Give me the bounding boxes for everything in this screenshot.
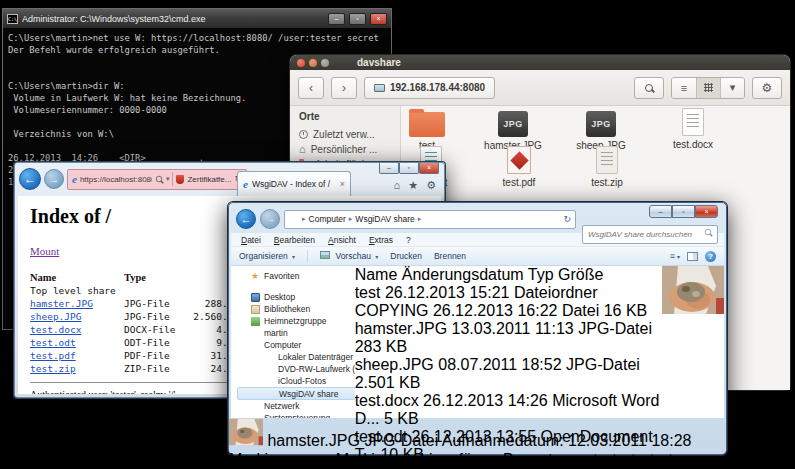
search-icon[interactable]	[156, 176, 162, 182]
sidebar-item-icloud-fotos[interactable]: iCloud-Fotos	[237, 375, 355, 387]
file-item-pdf[interactable]: test.pdf	[477, 146, 561, 188]
browser-tab[interactable]: e WsgiDAV - Index of / ×	[237, 171, 351, 196]
file-item-hamster[interactable]: JPG hamster.JPG	[471, 108, 555, 151]
preview-button[interactable]: Vorschau ▾	[320, 251, 378, 261]
rating-stars[interactable]: ☆ ☆ ☆ ☆ ☆	[588, 451, 678, 468]
file-row-hamster-selected[interactable]: hamster.JPG 13.03.2011 11:13 JPG-Datei 2…	[355, 320, 662, 356]
column-date[interactable]: Änderungsdatum	[402, 266, 524, 283]
print-button[interactable]: Drucken	[390, 251, 422, 261]
minimize-button[interactable]: –	[379, 163, 399, 174]
file-link[interactable]: test.docx	[30, 324, 81, 335]
file-link[interactable]: test.zip	[30, 363, 76, 374]
back-button[interactable]: ←	[236, 209, 256, 229]
views-button[interactable]: ≡▾	[670, 251, 680, 261]
column-size[interactable]: Größe	[558, 266, 603, 283]
file-row-copying[interactable]: COPYING 26.12.2013 16:22 Datei 16 KB	[355, 302, 662, 320]
minimize-button[interactable]	[309, 59, 317, 67]
sidebar-item-recent[interactable]: Zuletzt verw...	[299, 127, 396, 142]
menu-datei[interactable]: Datei	[241, 235, 261, 245]
file-link[interactable]: sheep.JPG	[30, 311, 81, 322]
address-bar[interactable]: e https://localhost:8080/ ▾ Zertifikatfe…	[67, 169, 247, 190]
back-button[interactable]: ←	[19, 168, 41, 190]
details-pane: hamster.JPG JPG-Datei Aufnahmedatum: 12.…	[229, 418, 726, 469]
file-item-test[interactable]: test	[401, 108, 469, 151]
breadcrumb-folder[interactable]: WsgiDAV share	[355, 214, 414, 224]
certificate-error-button[interactable]: Zertifikatfe...	[187, 175, 231, 184]
file-item-zip[interactable]: test.zip	[565, 146, 649, 188]
mount-link[interactable]: Mount	[30, 245, 59, 257]
search-button[interactable]	[634, 77, 664, 99]
file-size: 2.501 KB	[355, 374, 421, 391]
url-text[interactable]: https://localhost:8080/	[80, 175, 152, 184]
maximize-button[interactable]: ▫	[672, 205, 695, 218]
settings-button[interactable]: ⚙	[752, 77, 782, 99]
sidebar-item-dvd-laufwerk[interactable]: DVD-RW-Laufwerk (D:)	[237, 363, 355, 375]
maximize-button[interactable]: ▫	[349, 13, 366, 25]
sidebar-item-desktop[interactable]: Desktop	[237, 291, 355, 303]
file-link[interactable]: test.odt	[30, 337, 76, 348]
file-row-sheep[interactable]: sheep.JPG 08.07.2011 18:52 JPG-Datei 2.5…	[355, 356, 662, 392]
sidebar-item-heimnetzgruppe[interactable]: Heimnetzgruppe	[237, 315, 355, 327]
maximize-button[interactable]: ▫	[399, 163, 419, 174]
sidebar-label: Bibliotheken	[264, 304, 310, 314]
nautilus-titlebar[interactable]: davshare	[290, 55, 790, 70]
cmd-titlebar[interactable]: C:\ Administrator: C:\Windows\system32\c…	[3, 9, 391, 28]
favorites-star-icon[interactable]: ★	[408, 179, 418, 192]
column-name[interactable]: Name	[355, 266, 398, 283]
file-date: 26.12.2013 15:21	[385, 284, 510, 301]
list-view-button[interactable]: ≡	[672, 78, 696, 98]
close-button[interactable]: ×	[695, 205, 718, 218]
sidebar-item-bibliotheken[interactable]: Bibliotheken	[237, 303, 355, 315]
back-button[interactable]: ‹	[298, 77, 324, 99]
column-headers: Name Änderungsdatum Typ Größe	[355, 266, 662, 284]
file-link[interactable]: hamster.JPG	[30, 298, 93, 309]
sidebar-item-label: Persönlicher ...	[311, 144, 378, 155]
column-type[interactable]: Typ	[528, 266, 554, 283]
breadcrumb-bar[interactable]: ▸ Computer ▸ WsgiDAV share ▸ ↻	[284, 210, 576, 229]
sidebar-item-favoriten[interactable]: Favoriten	[237, 270, 355, 282]
minimize-button[interactable]: –	[649, 205, 672, 218]
chevron-down-icon[interactable]: ▾	[166, 175, 170, 183]
file-item-sheep[interactable]: JPG sheep.JPG	[559, 108, 643, 151]
menu-bearbeiten[interactable]: Bearbeiten	[274, 235, 315, 245]
gear-icon[interactable]: ⚙	[426, 179, 436, 192]
minimize-button[interactable]: –	[328, 13, 345, 25]
address-button[interactable]: 192.168.178.44:8080	[364, 77, 495, 99]
list-icon: ≡	[670, 251, 675, 261]
sidebar-item-home[interactable]: ⌂ Persönlicher ...	[299, 142, 396, 157]
close-button[interactable]	[297, 59, 305, 67]
burn-button[interactable]: Brennen	[434, 251, 466, 261]
grid-view-button[interactable]	[696, 78, 720, 98]
menu-ansicht[interactable]: Ansicht	[328, 235, 356, 245]
help-button[interactable]: ?	[705, 251, 716, 262]
breadcrumb-computer[interactable]: Computer	[309, 214, 346, 224]
tab-close-icon[interactable]: ×	[340, 179, 345, 189]
view-options-button[interactable]: ▾	[720, 78, 744, 98]
forward-button[interactable]: →	[260, 209, 280, 229]
preview-pane-toggle[interactable]	[687, 252, 698, 261]
file-row-test[interactable]: test 26.12.2013 15:21 Dateiordner	[355, 284, 662, 302]
explorer-search-input[interactable]	[582, 225, 718, 244]
sidebar-item-lokaler-datentraeger[interactable]: Lokaler Datenträger (C:)	[237, 351, 355, 363]
file-item-docx[interactable]: test.docx	[651, 108, 735, 150]
file-type: JPG-Datei	[578, 320, 652, 337]
forward-button[interactable]: →	[44, 169, 64, 189]
sidebar-item-wsgidav-share[interactable]: WsgiDAV share	[237, 387, 355, 400]
close-button[interactable]: ×	[370, 13, 387, 25]
search-box	[582, 223, 718, 242]
homegroup-icon	[251, 317, 260, 326]
home-icon[interactable]: ⌂	[394, 179, 401, 192]
sidebar-item-computer[interactable]: Computer	[237, 339, 355, 351]
sidebar-item-martin[interactable]: martin	[237, 327, 355, 339]
forward-button[interactable]: ›	[331, 77, 357, 99]
close-button[interactable]: ×	[419, 163, 439, 174]
sidebar-item-netzwerk[interactable]: Netzwerk	[237, 400, 355, 412]
refresh-icon[interactable]: ↻	[563, 214, 571, 224]
menu-help[interactable]: ?	[406, 235, 411, 245]
menu-extras[interactable]: Extras	[369, 235, 393, 245]
organize-button[interactable]: Organisieren ▾	[239, 251, 295, 261]
file-link[interactable]: test.pdf	[30, 350, 76, 361]
tags-value[interactable]: Markierung hinzufügen	[336, 451, 499, 468]
maximize-button[interactable]	[321, 59, 329, 67]
file-date: 26.12.2013 14:26	[423, 392, 548, 409]
